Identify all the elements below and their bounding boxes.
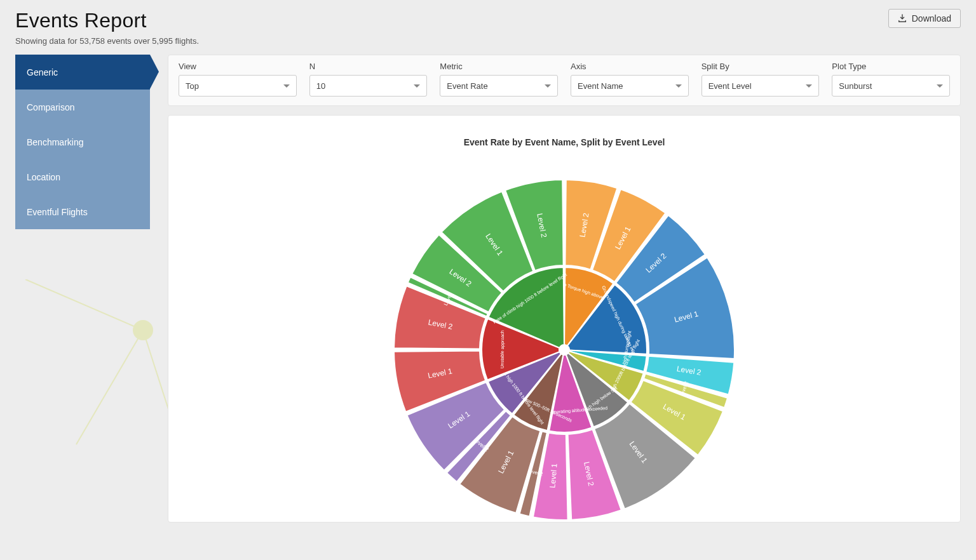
select-plot_type[interactable]: Sunburst xyxy=(832,75,950,97)
select-axis[interactable]: Event Name xyxy=(571,75,689,97)
sidebar-item-location[interactable]: Location xyxy=(15,159,150,194)
page-title: Events Report xyxy=(15,9,199,32)
sidebar-item-label: Location xyxy=(27,172,60,182)
filter-split_by: Split ByEvent Level xyxy=(702,62,820,97)
select-n[interactable]: 10 xyxy=(309,75,428,97)
chart-card: Event Rate by Event Name, Split by Event… xyxy=(168,115,961,523)
page-subtitle: Showing data for 53,758 events over 5,99… xyxy=(15,36,199,46)
filter-label: N xyxy=(309,62,428,71)
select-value: Event Level xyxy=(708,81,752,91)
chevron-down-icon xyxy=(283,84,290,88)
select-split_by[interactable]: Event Level xyxy=(702,75,820,97)
chevron-down-icon xyxy=(675,84,682,88)
chevron-down-icon xyxy=(937,84,943,88)
select-value: 10 xyxy=(316,81,325,91)
select-value: Event Rate xyxy=(447,81,487,91)
filter-label: Plot Type xyxy=(832,62,950,71)
filter-label: Split By xyxy=(702,62,820,71)
download-button[interactable]: Download xyxy=(888,9,961,28)
filter-label: Axis xyxy=(571,62,689,71)
sidebar-item-label: Generic xyxy=(27,67,58,77)
sidebar-item-benchmarking[interactable]: Benchmarking xyxy=(15,124,150,159)
filter-plot_type: Plot TypeSunburst xyxy=(832,62,950,97)
download-icon xyxy=(898,14,907,23)
filter-axis: AxisEvent Name xyxy=(571,62,689,97)
select-value: Sunburst xyxy=(839,81,872,91)
sunburst-chart[interactable]: Engine Torque high above 90ktsLevel 2Lev… xyxy=(386,172,742,523)
chevron-down-icon xyxy=(545,84,551,88)
chart-title: Event Rate by Event Name, Split by Event… xyxy=(168,116,960,147)
filter-metric: MetricEvent Rate xyxy=(440,62,558,97)
filter-label: Metric xyxy=(440,62,558,71)
select-view[interactable]: Top xyxy=(179,75,297,97)
select-value: Top xyxy=(186,81,199,91)
chevron-down-icon xyxy=(414,84,420,88)
sidebar-item-label: Comparison xyxy=(27,102,74,112)
download-label: Download xyxy=(912,13,951,23)
sidebar-item-label: Eventful Flights xyxy=(27,207,88,217)
filter-label: View xyxy=(179,62,297,71)
sidebar-item-generic[interactable]: Generic xyxy=(15,55,150,90)
sidebar-item-comparison[interactable]: Comparison xyxy=(15,90,150,124)
select-value: Event Name xyxy=(578,81,623,91)
select-metric[interactable]: Event Rate xyxy=(440,75,558,97)
filter-n: N10 xyxy=(309,62,428,97)
sidebar: GenericComparisonBenchmarkingLocationEve… xyxy=(15,55,150,523)
filter-bar: ViewTopN10MetricEvent RateAxisEvent Name… xyxy=(168,55,961,106)
sidebar-item-label: Benchmarking xyxy=(27,137,84,147)
sidebar-item-eventful-flights[interactable]: Eventful Flights xyxy=(15,194,150,229)
chevron-down-icon xyxy=(806,84,812,88)
filter-view: ViewTop xyxy=(179,62,297,97)
